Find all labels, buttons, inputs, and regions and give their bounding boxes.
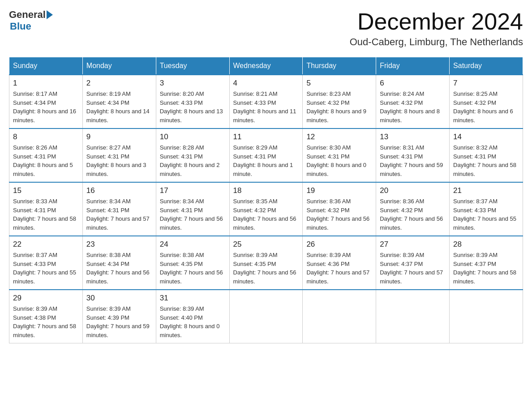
day-number: 3 xyxy=(160,79,226,88)
title-block: December 2024 Oud-Caberg, Limburg, The N… xyxy=(350,9,523,48)
weekday-header-tuesday: Tuesday xyxy=(156,57,229,75)
calendar-cell: 15 Sunrise: 8:33 AM Sunset: 4:31 PM Dayl… xyxy=(9,182,83,236)
day-info: Sunrise: 8:39 AM Sunset: 4:37 PM Dayligh… xyxy=(453,251,519,286)
day-info: Sunrise: 8:34 AM Sunset: 4:31 PM Dayligh… xyxy=(160,197,226,232)
weekday-header-friday: Friday xyxy=(376,57,450,75)
calendar-cell xyxy=(229,290,303,343)
week-row-4: 22 Sunrise: 8:37 AM Sunset: 4:33 PM Dayl… xyxy=(9,236,523,290)
calendar-cell: 6 Sunrise: 8:24 AM Sunset: 4:32 PM Dayli… xyxy=(376,75,450,128)
calendar-cell: 21 Sunrise: 8:37 AM Sunset: 4:33 PM Dayl… xyxy=(450,182,523,236)
page-header: General Blue December 2024 Oud-Caberg, L… xyxy=(9,9,523,48)
calendar-cell: 3 Sunrise: 8:20 AM Sunset: 4:33 PM Dayli… xyxy=(156,75,229,128)
day-number: 12 xyxy=(306,133,372,141)
day-info: Sunrise: 8:38 AM Sunset: 4:35 PM Dayligh… xyxy=(160,251,226,286)
weekday-header-wednesday: Wednesday xyxy=(229,57,303,75)
day-number: 8 xyxy=(13,133,79,141)
day-info: Sunrise: 8:32 AM Sunset: 4:31 PM Dayligh… xyxy=(453,143,519,178)
week-row-2: 8 Sunrise: 8:26 AM Sunset: 4:31 PM Dayli… xyxy=(9,128,523,182)
calendar-cell: 10 Sunrise: 8:28 AM Sunset: 4:31 PM Dayl… xyxy=(156,128,229,182)
day-number: 19 xyxy=(306,186,372,195)
day-number: 23 xyxy=(86,240,152,249)
day-info: Sunrise: 8:39 AM Sunset: 4:38 PM Dayligh… xyxy=(13,304,79,339)
day-number: 31 xyxy=(160,294,226,303)
calendar-cell: 2 Sunrise: 8:19 AM Sunset: 4:34 PM Dayli… xyxy=(82,75,156,128)
calendar-cell: 30 Sunrise: 8:39 AM Sunset: 4:39 PM Dayl… xyxy=(82,290,156,343)
day-number: 27 xyxy=(380,240,446,249)
day-info: Sunrise: 8:31 AM Sunset: 4:31 PM Dayligh… xyxy=(380,143,446,178)
day-info: Sunrise: 8:36 AM Sunset: 4:32 PM Dayligh… xyxy=(306,197,372,232)
day-number: 7 xyxy=(453,79,519,88)
weekday-header-thursday: Thursday xyxy=(303,57,376,75)
calendar-table: SundayMondayTuesdayWednesdayThursdayFrid… xyxy=(9,57,523,343)
day-number: 10 xyxy=(160,133,226,141)
weekday-header-monday: Monday xyxy=(82,57,156,75)
calendar-cell: 29 Sunrise: 8:39 AM Sunset: 4:38 PM Dayl… xyxy=(9,290,83,343)
day-number: 16 xyxy=(86,186,152,195)
calendar-cell: 26 Sunrise: 8:39 AM Sunset: 4:36 PM Dayl… xyxy=(303,236,376,290)
week-row-1: 1 Sunrise: 8:17 AM Sunset: 4:34 PM Dayli… xyxy=(9,75,523,128)
calendar-cell xyxy=(303,290,376,343)
day-number: 6 xyxy=(380,79,446,88)
day-number: 13 xyxy=(380,133,446,141)
calendar-cell: 28 Sunrise: 8:39 AM Sunset: 4:37 PM Dayl… xyxy=(450,236,523,290)
calendar-cell: 25 Sunrise: 8:39 AM Sunset: 4:35 PM Dayl… xyxy=(229,236,303,290)
day-info: Sunrise: 8:26 AM Sunset: 4:31 PM Dayligh… xyxy=(13,143,79,178)
calendar-cell: 5 Sunrise: 8:23 AM Sunset: 4:32 PM Dayli… xyxy=(303,75,376,128)
weekday-header-saturday: Saturday xyxy=(450,57,523,75)
calendar-cell: 8 Sunrise: 8:26 AM Sunset: 4:31 PM Dayli… xyxy=(9,128,83,182)
day-info: Sunrise: 8:28 AM Sunset: 4:31 PM Dayligh… xyxy=(160,143,226,178)
day-info: Sunrise: 8:33 AM Sunset: 4:31 PM Dayligh… xyxy=(13,197,79,232)
calendar-cell: 22 Sunrise: 8:37 AM Sunset: 4:33 PM Dayl… xyxy=(9,236,83,290)
calendar-cell xyxy=(376,290,450,343)
day-number: 15 xyxy=(13,186,79,195)
calendar-cell: 1 Sunrise: 8:17 AM Sunset: 4:34 PM Dayli… xyxy=(9,75,83,128)
calendar-cell: 9 Sunrise: 8:27 AM Sunset: 4:31 PM Dayli… xyxy=(82,128,156,182)
calendar-cell xyxy=(450,290,523,343)
day-info: Sunrise: 8:30 AM Sunset: 4:31 PM Dayligh… xyxy=(306,143,372,178)
day-number: 1 xyxy=(13,79,79,88)
calendar-cell: 16 Sunrise: 8:34 AM Sunset: 4:31 PM Dayl… xyxy=(82,182,156,236)
calendar-cell: 11 Sunrise: 8:29 AM Sunset: 4:31 PM Dayl… xyxy=(229,128,303,182)
day-info: Sunrise: 8:39 AM Sunset: 4:40 PM Dayligh… xyxy=(160,304,226,339)
location-title: Oud-Caberg, Limburg, The Netherlands xyxy=(350,36,523,48)
day-info: Sunrise: 8:39 AM Sunset: 4:35 PM Dayligh… xyxy=(233,251,299,286)
day-info: Sunrise: 8:39 AM Sunset: 4:37 PM Dayligh… xyxy=(380,251,446,286)
day-number: 29 xyxy=(13,294,79,303)
day-info: Sunrise: 8:36 AM Sunset: 4:32 PM Dayligh… xyxy=(380,197,446,232)
day-number: 17 xyxy=(160,186,226,195)
day-number: 21 xyxy=(453,186,519,195)
day-number: 2 xyxy=(86,79,152,88)
logo-blue-text: Blue xyxy=(10,21,53,32)
day-number: 26 xyxy=(306,240,372,249)
day-number: 9 xyxy=(86,133,152,141)
calendar-cell: 20 Sunrise: 8:36 AM Sunset: 4:32 PM Dayl… xyxy=(376,182,450,236)
day-info: Sunrise: 8:34 AM Sunset: 4:31 PM Dayligh… xyxy=(86,197,152,232)
calendar-cell: 19 Sunrise: 8:36 AM Sunset: 4:32 PM Dayl… xyxy=(303,182,376,236)
day-number: 11 xyxy=(233,133,299,141)
day-number: 30 xyxy=(86,294,152,303)
day-number: 22 xyxy=(13,240,79,249)
day-info: Sunrise: 8:39 AM Sunset: 4:39 PM Dayligh… xyxy=(86,304,152,339)
day-info: Sunrise: 8:24 AM Sunset: 4:32 PM Dayligh… xyxy=(380,90,446,124)
day-number: 20 xyxy=(380,186,446,195)
day-info: Sunrise: 8:27 AM Sunset: 4:31 PM Dayligh… xyxy=(86,143,152,178)
logo-arrow-icon xyxy=(47,10,53,19)
day-info: Sunrise: 8:25 AM Sunset: 4:32 PM Dayligh… xyxy=(453,90,519,124)
calendar-cell: 18 Sunrise: 8:35 AM Sunset: 4:32 PM Dayl… xyxy=(229,182,303,236)
weekday-header-sunday: Sunday xyxy=(9,57,83,75)
day-info: Sunrise: 8:35 AM Sunset: 4:32 PM Dayligh… xyxy=(233,197,299,232)
calendar-cell: 31 Sunrise: 8:39 AM Sunset: 4:40 PM Dayl… xyxy=(156,290,229,343)
day-info: Sunrise: 8:39 AM Sunset: 4:36 PM Dayligh… xyxy=(306,251,372,286)
day-number: 18 xyxy=(233,186,299,195)
day-info: Sunrise: 8:37 AM Sunset: 4:33 PM Dayligh… xyxy=(13,251,79,286)
day-info: Sunrise: 8:29 AM Sunset: 4:31 PM Dayligh… xyxy=(233,143,299,178)
calendar-cell: 23 Sunrise: 8:38 AM Sunset: 4:34 PM Dayl… xyxy=(82,236,156,290)
calendar-cell: 24 Sunrise: 8:38 AM Sunset: 4:35 PM Dayl… xyxy=(156,236,229,290)
day-info: Sunrise: 8:23 AM Sunset: 4:32 PM Dayligh… xyxy=(306,90,372,124)
day-number: 24 xyxy=(160,240,226,249)
day-info: Sunrise: 8:38 AM Sunset: 4:34 PM Dayligh… xyxy=(86,251,152,286)
day-number: 14 xyxy=(453,133,519,141)
calendar-cell: 4 Sunrise: 8:21 AM Sunset: 4:33 PM Dayli… xyxy=(229,75,303,128)
day-info: Sunrise: 8:21 AM Sunset: 4:33 PM Dayligh… xyxy=(233,90,299,124)
calendar-cell: 7 Sunrise: 8:25 AM Sunset: 4:32 PM Dayli… xyxy=(450,75,523,128)
